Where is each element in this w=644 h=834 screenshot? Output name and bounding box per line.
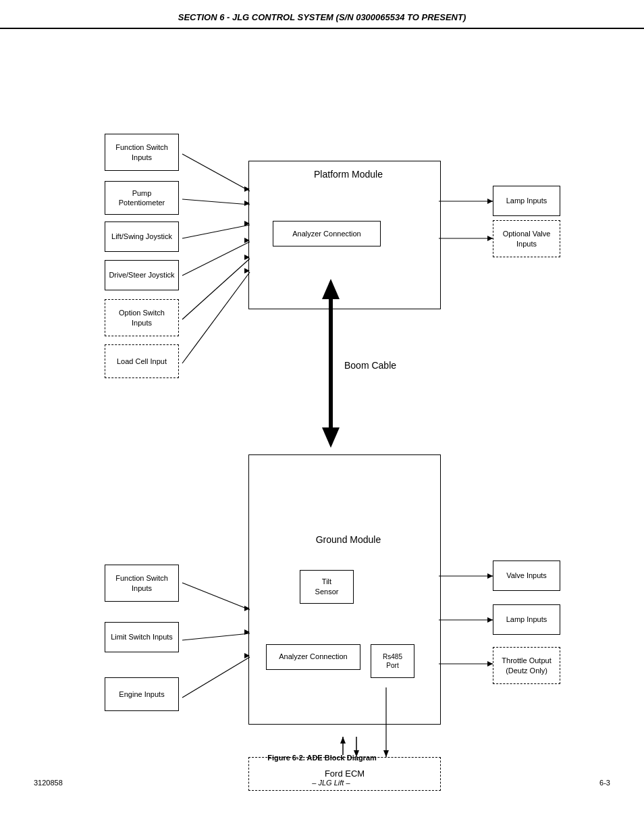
- func-switch-inputs-top: Function Switch Inputs: [105, 134, 179, 171]
- platform-module: Platform Module Analyzer Connection: [248, 161, 441, 309]
- engine-inputs: Engine Inputs: [105, 677, 179, 711]
- drive-steer-joystick: Drive/Steer Joystick: [105, 260, 179, 290]
- load-cell-input: Load Cell Input: [105, 344, 179, 378]
- tilt-sensor: Tilt Sensor: [300, 570, 354, 604]
- valve-inputs: Valve Inputs: [493, 561, 560, 591]
- svg-line-3: [182, 242, 250, 276]
- footer-left: 3120858: [34, 779, 63, 787]
- lamp-inputs-bottom: Lamp Inputs: [493, 604, 560, 635]
- svg-line-23: [182, 657, 250, 698]
- svg-line-4: [182, 259, 250, 319]
- svg-marker-26: [487, 573, 493, 579]
- pump-potentiometer: Pump Potentiometer: [105, 181, 179, 215]
- svg-marker-17: [322, 427, 340, 448]
- svg-line-0: [182, 154, 250, 191]
- svg-line-2: [182, 225, 250, 238]
- svg-marker-28: [487, 617, 493, 623]
- rs485-port: Rs485 Port: [371, 644, 414, 678]
- svg-marker-15: [487, 236, 493, 241]
- lift-swing-joystick: Lift/Swing Joystick: [105, 221, 179, 252]
- svg-line-19: [182, 583, 250, 610]
- platform-module-title: Platform Module: [259, 168, 437, 180]
- svg-marker-30: [487, 661, 493, 667]
- svg-line-1: [182, 199, 250, 205]
- lamp-inputs-top: Lamp Inputs: [493, 186, 560, 216]
- diagram-area: Function Switch Inputs Pump Potentiomete…: [0, 29, 644, 799]
- svg-line-5: [182, 272, 250, 363]
- page-header: SECTION 6 - JLG CONTROL SYSTEM (S/N 0300…: [0, 0, 644, 29]
- boom-cable-label: Boom Cable: [344, 360, 396, 371]
- figure-caption: Figure 6-2. ADE Block Diagram: [0, 754, 644, 762]
- svg-line-21: [182, 633, 250, 640]
- ground-module: Ground Module Tilt Sensor Analyzer Conne…: [248, 454, 441, 725]
- svg-marker-13: [487, 199, 493, 204]
- footer-right: 6-3: [599, 779, 610, 787]
- ground-module-title: Ground Module: [259, 533, 437, 546]
- analyzer-connection-top: Analyzer Connection: [273, 221, 381, 246]
- footer: 3120858 – JLG Lift – 6-3: [0, 779, 644, 787]
- throttle-output: Throttle Output (Deutz Only): [493, 647, 560, 684]
- func-switch-inputs-bottom: Function Switch Inputs: [105, 565, 179, 602]
- limit-switch-inputs: Limit Switch Inputs: [105, 622, 179, 652]
- footer-center: – JLG Lift –: [312, 779, 350, 787]
- analyzer-connection-bottom: Analyzer Connection: [266, 644, 360, 670]
- svg-marker-32: [340, 737, 346, 744]
- header-title: SECTION 6 - JLG CONTROL SYSTEM (S/N 0300…: [178, 12, 466, 22]
- option-switch-inputs: Option Switch Inputs: [105, 299, 179, 336]
- optional-valve-inputs: Optional Valve Inputs: [493, 220, 560, 257]
